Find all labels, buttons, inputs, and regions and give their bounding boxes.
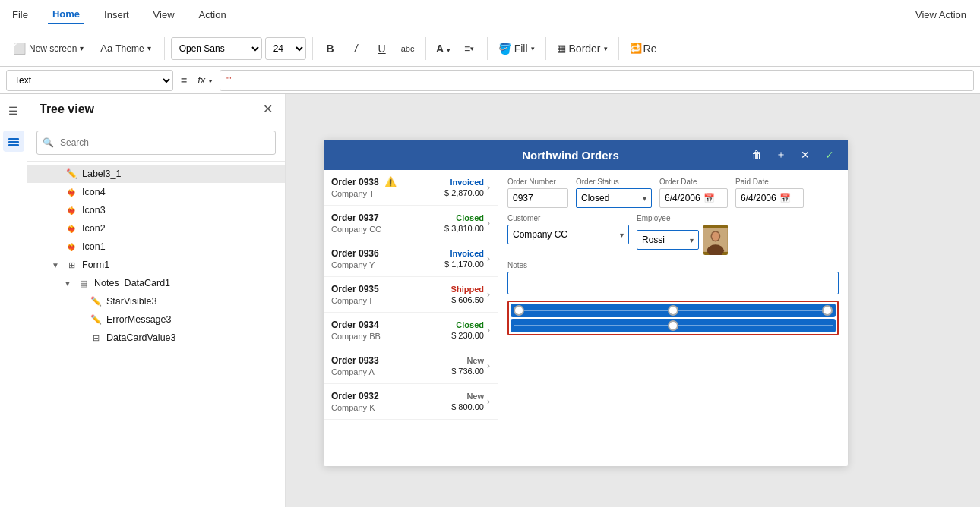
view-action-area: View Action: [909, 6, 972, 24]
theme-label: Theme: [115, 43, 144, 54]
tree-label-icon2: Icon2: [82, 223, 106, 234]
order-item-0937[interactable]: Order 0937 Company CC Closed $ 3,810.00 …: [324, 206, 498, 241]
tree-item-errormessage3[interactable]: ✏️ ErrorMessage3: [27, 310, 285, 329]
underline-button[interactable]: U: [371, 37, 394, 60]
order-item-0938[interactable]: Order 0938 ⚠️ Company T Invoiced $ 2,870…: [324, 170, 498, 206]
scrollbar-inner-2: [511, 319, 836, 332]
expand-arrow-dc1: ▼: [64, 279, 73, 288]
tree-label-starvisible3: StarVisible3: [106, 296, 156, 307]
scroll-dot-2-center[interactable]: [668, 320, 678, 331]
order-0936-left: Order 0936 Company Y: [331, 247, 444, 270]
errormsg3-icon: ✏️: [90, 314, 102, 325]
tree-item-form1[interactable]: ▼ ⊞ Form1: [27, 256, 285, 274]
order-0935-number: Order 0935: [331, 284, 379, 294]
reformat-button[interactable]: 🔁 Re: [625, 37, 662, 60]
order-item-0933[interactable]: Order 0933 Company A New $ 736.00 ›: [324, 348, 498, 384]
tree-item-starvisible3[interactable]: ✏️ StarVisible3: [27, 292, 285, 310]
order-0933-number: Order 0933: [331, 355, 379, 366]
app-header-icons: 🗑 ＋ ✕ ✓: [748, 146, 839, 164]
ribbon-divider-2: [312, 37, 313, 60]
employee-select[interactable]: Rossi ▾: [637, 230, 699, 250]
theme-button[interactable]: Aa Theme ▾: [93, 39, 157, 58]
paid-date-input[interactable]: 6/4/2006 📅: [735, 188, 804, 208]
notes-input[interactable]: [507, 272, 839, 294]
tree-close-button[interactable]: ✕: [263, 102, 273, 116]
fx-chevron: ▾: [208, 77, 212, 85]
scroll-dot-center[interactable]: [668, 305, 678, 316]
order-number-input[interactable]: 0937: [507, 188, 568, 208]
paid-date-label: Paid Date: [735, 178, 804, 186]
align-icon: ≡: [464, 43, 470, 55]
order-item-0936[interactable]: Order 0936 Company Y Invoiced $ 1,170.00…: [324, 241, 498, 277]
font-size-select[interactable]: 24: [265, 37, 306, 60]
scrollbar-thumb-group: [511, 305, 836, 316]
order-0933-chevron: ›: [487, 361, 490, 371]
tree-header: Tree view ✕: [27, 94, 285, 124]
sidebar-icon-menu[interactable]: ☰: [3, 100, 24, 121]
order-0934-amount: $ 230.00: [451, 331, 484, 340]
close-icon[interactable]: ✕: [796, 146, 814, 164]
strikethrough-button[interactable]: abc: [397, 37, 419, 60]
tree-item-label3-1[interactable]: ✏️ Label3_1: [27, 165, 285, 183]
customer-select[interactable]: Company CC ▾: [507, 225, 629, 244]
tree-item-datacardvalue3[interactable]: ⊟ DataCardValue3: [27, 329, 285, 347]
order-0936-amount: $ 1,170.00: [444, 260, 484, 269]
fill-chevron: ▾: [531, 45, 535, 52]
form1-icon: ⊞: [65, 260, 77, 270]
font-color-button[interactable]: A ▾: [432, 37, 455, 60]
tree-item-icon4[interactable]: ❤️‍🔥 Icon4: [27, 183, 285, 201]
order-0938-chevron: ›: [487, 182, 490, 193]
order-item-0935[interactable]: Order 0935 Company I Shipped $ 606.50 ›: [324, 277, 498, 313]
menu-insert[interactable]: Insert: [100, 6, 134, 24]
scroll-dot-left[interactable]: [514, 305, 524, 316]
menu-file[interactable]: File: [8, 6, 33, 24]
scroll-dot-right[interactable]: [822, 305, 833, 316]
bold-button[interactable]: B: [319, 37, 342, 60]
icon1-constraint-icon: ❤️‍🔥: [65, 243, 77, 251]
order-status-select[interactable]: Closed ▾: [576, 188, 652, 208]
property-select[interactable]: Text: [6, 70, 173, 91]
tree-label-form1: Form1: [82, 260, 109, 270]
scrollbar-inner: [511, 304, 836, 317]
detail-row-1: Order Number 0937 Order Status Closed ▾: [507, 178, 839, 208]
order-detail-panel: Order Number 0937 Order Status Closed ▾: [498, 170, 848, 466]
order-0936-company: Company Y: [331, 260, 375, 269]
scrollbar-component[interactable]: [507, 301, 839, 335]
view-action-button[interactable]: View Action: [909, 6, 972, 24]
employee-select-arrow: ▾: [690, 236, 694, 244]
equals-symbol: =: [178, 74, 190, 87]
new-screen-button[interactable]: ⬜ New screen ▾: [6, 39, 90, 58]
tree-item-notes-datacard1[interactable]: ▼ ▤ Notes_DataCard1: [27, 274, 285, 292]
order-date-input[interactable]: 6/4/2006 📅: [659, 188, 728, 208]
menu-action[interactable]: Action: [194, 6, 231, 24]
check-icon[interactable]: ✓: [820, 146, 839, 164]
tree-item-icon3[interactable]: ❤️‍🔥 Icon3: [27, 201, 285, 219]
tree-item-icon1[interactable]: ❤️‍🔥 Icon1: [27, 238, 285, 256]
plus-icon[interactable]: ＋: [772, 146, 790, 164]
align-button[interactable]: ≡ ▾: [458, 37, 481, 60]
ribbon: ⬜ New screen ▾ Aa Theme ▾ Open Sans 24 B…: [0, 30, 980, 67]
border-button[interactable]: ▦ Border ▾: [552, 37, 612, 60]
tree-search-input[interactable]: [36, 131, 276, 155]
employee-value: Rossi: [642, 235, 665, 245]
font-color-label: A ▾: [436, 43, 450, 55]
order-item-0934[interactable]: Order 0934 Company BB Closed $ 230.00 ›: [324, 313, 498, 348]
menu-home[interactable]: Home: [48, 5, 84, 24]
trash-icon[interactable]: 🗑: [748, 146, 766, 164]
svg-rect-1: [8, 141, 19, 143]
fill-icon: 🪣: [498, 43, 511, 55]
formula-input[interactable]: [220, 70, 974, 91]
tree-title: Tree view: [40, 102, 94, 116]
sidebar-icon-layers[interactable]: [3, 131, 24, 152]
notes-row: Notes: [507, 261, 839, 294]
tree-item-icon2[interactable]: ❤️‍🔥 Icon2: [27, 219, 285, 238]
svg-rect-2: [8, 144, 19, 146]
menu-view[interactable]: View: [149, 6, 179, 24]
reformat-icon: 🔁: [630, 43, 642, 54]
italic-button[interactable]: /: [345, 37, 368, 60]
fill-button[interactable]: 🪣 Fill ▾: [494, 37, 539, 60]
order-0932-amount: $ 800.00: [451, 402, 484, 411]
font-family-select[interactable]: Open Sans: [171, 37, 262, 60]
order-item-0932[interactable]: Order 0932 Company K New $ 800.00 ›: [324, 384, 498, 420]
order-0935-amount: $ 606.50: [451, 295, 484, 304]
